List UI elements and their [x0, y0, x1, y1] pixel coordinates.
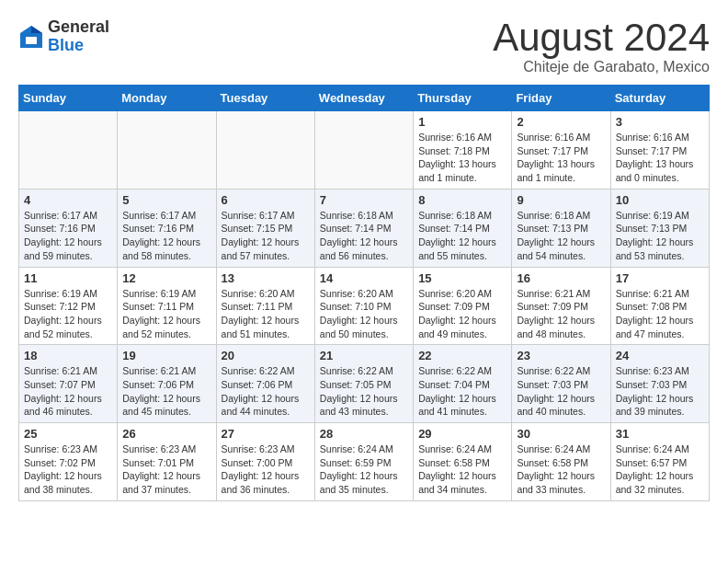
weekday-header: Tuesday	[216, 86, 314, 111]
day-info: Sunrise: 6:24 AMSunset: 6:59 PMDaylight:…	[320, 442, 408, 497]
calendar-day-cell: 25Sunrise: 6:23 AMSunset: 7:02 PMDayligh…	[19, 423, 118, 501]
calendar-day-cell: 3Sunrise: 6:16 AMSunset: 7:17 PMDaylight…	[610, 111, 709, 190]
calendar-day-cell: 10Sunrise: 6:19 AMSunset: 7:13 PMDayligh…	[610, 189, 709, 267]
day-info: Sunrise: 6:23 AMSunset: 7:01 PMDaylight:…	[122, 442, 210, 497]
day-info: Sunrise: 6:20 AMSunset: 7:10 PMDaylight:…	[320, 287, 408, 341]
day-info: Sunrise: 6:24 AMSunset: 6:58 PMDaylight:…	[418, 442, 506, 497]
day-number: 15	[418, 271, 506, 285]
day-number: 30	[517, 427, 605, 441]
weekday-header: Sunday	[19, 86, 118, 111]
title-block: August 2024 Chiteje de Garabato, Mexico	[493, 18, 710, 75]
day-number: 27	[222, 427, 310, 441]
page-header: General Blue August 2024 Chiteje de Gara…	[18, 18, 710, 75]
day-info: Sunrise: 6:17 AMSunset: 7:15 PMDaylight:…	[222, 209, 310, 263]
logo: General Blue	[18, 18, 109, 55]
day-info: Sunrise: 6:22 AMSunset: 7:06 PMDaylight:…	[222, 364, 310, 419]
logo-blue-text: Blue	[48, 37, 109, 55]
day-info: Sunrise: 6:24 AMSunset: 6:57 PMDaylight:…	[616, 442, 704, 497]
calendar-day-cell: 19Sunrise: 6:21 AMSunset: 7:06 PMDayligh…	[118, 345, 216, 423]
day-number: 22	[418, 349, 506, 362]
calendar-day-cell: 9Sunrise: 6:18 AMSunset: 7:13 PMDaylight…	[512, 189, 610, 267]
day-info: Sunrise: 6:18 AMSunset: 7:14 PMDaylight:…	[418, 209, 506, 263]
calendar-day-cell: 21Sunrise: 6:22 AMSunset: 7:05 PMDayligh…	[314, 345, 413, 423]
day-number: 19	[122, 349, 210, 362]
day-info: Sunrise: 6:22 AMSunset: 7:03 PMDaylight:…	[517, 364, 605, 419]
day-info: Sunrise: 6:20 AMSunset: 7:09 PMDaylight:…	[418, 287, 506, 341]
calendar-table: SundayMondayTuesdayWednesdayThursdayFrid…	[18, 85, 710, 501]
day-number: 10	[616, 193, 704, 207]
day-number: 29	[418, 427, 506, 441]
day-info: Sunrise: 6:16 AMSunset: 7:18 PMDaylight:…	[418, 131, 506, 185]
weekday-header: Thursday	[414, 86, 512, 111]
day-info: Sunrise: 6:19 AMSunset: 7:11 PMDaylight:…	[122, 287, 210, 341]
weekday-header: Monday	[118, 86, 216, 111]
day-info: Sunrise: 6:21 AMSunset: 7:06 PMDaylight:…	[122, 364, 210, 419]
day-number: 12	[122, 271, 210, 285]
day-number: 13	[222, 271, 310, 285]
calendar-day-cell: 20Sunrise: 6:22 AMSunset: 7:06 PMDayligh…	[216, 345, 314, 423]
day-info: Sunrise: 6:19 AMSunset: 7:13 PMDaylight:…	[616, 209, 704, 263]
calendar-day-cell: 30Sunrise: 6:24 AMSunset: 6:58 PMDayligh…	[512, 423, 610, 501]
svg-rect-2	[26, 37, 37, 44]
day-info: Sunrise: 6:21 AMSunset: 7:07 PMDaylight:…	[24, 364, 112, 419]
calendar-week-row: 25Sunrise: 6:23 AMSunset: 7:02 PMDayligh…	[19, 423, 710, 501]
month-year-title: August 2024	[493, 18, 710, 57]
calendar-day-cell: 7Sunrise: 6:18 AMSunset: 7:14 PMDaylight…	[314, 189, 413, 267]
calendar-day-cell: 17Sunrise: 6:21 AMSunset: 7:08 PMDayligh…	[610, 267, 709, 345]
calendar-day-cell: 14Sunrise: 6:20 AMSunset: 7:10 PMDayligh…	[314, 267, 413, 345]
calendar-day-cell: 8Sunrise: 6:18 AMSunset: 7:14 PMDaylight…	[414, 189, 512, 267]
calendar-day-cell: 22Sunrise: 6:22 AMSunset: 7:04 PMDayligh…	[414, 345, 512, 423]
calendar-day-cell	[118, 111, 216, 190]
day-info: Sunrise: 6:24 AMSunset: 6:58 PMDaylight:…	[517, 442, 605, 497]
day-number: 4	[24, 193, 112, 207]
calendar-day-cell	[314, 111, 413, 190]
day-info: Sunrise: 6:23 AMSunset: 7:03 PMDaylight:…	[616, 364, 704, 419]
day-info: Sunrise: 6:21 AMSunset: 7:08 PMDaylight:…	[616, 287, 704, 341]
day-number: 1	[418, 115, 506, 129]
day-number: 16	[517, 271, 605, 285]
weekday-header-row: SundayMondayTuesdayWednesdayThursdayFrid…	[19, 86, 710, 111]
day-number: 28	[320, 427, 408, 441]
day-number: 20	[222, 349, 310, 362]
calendar-day-cell: 15Sunrise: 6:20 AMSunset: 7:09 PMDayligh…	[414, 267, 512, 345]
calendar-day-cell: 6Sunrise: 6:17 AMSunset: 7:15 PMDaylight…	[216, 189, 314, 267]
day-number: 21	[320, 349, 408, 362]
day-number: 17	[616, 271, 704, 285]
day-number: 6	[222, 193, 310, 207]
calendar-day-cell: 31Sunrise: 6:24 AMSunset: 6:57 PMDayligh…	[610, 423, 709, 501]
calendar-day-cell: 5Sunrise: 6:17 AMSunset: 7:16 PMDaylight…	[118, 189, 216, 267]
day-number: 14	[320, 271, 408, 285]
calendar-day-cell: 2Sunrise: 6:16 AMSunset: 7:17 PMDaylight…	[512, 111, 610, 190]
calendar-day-cell	[216, 111, 314, 190]
day-info: Sunrise: 6:16 AMSunset: 7:17 PMDaylight:…	[616, 131, 704, 185]
day-number: 24	[616, 349, 704, 362]
day-number: 8	[418, 193, 506, 207]
day-number: 7	[320, 193, 408, 207]
day-info: Sunrise: 6:17 AMSunset: 7:16 PMDaylight:…	[122, 209, 210, 263]
calendar-day-cell: 12Sunrise: 6:19 AMSunset: 7:11 PMDayligh…	[118, 267, 216, 345]
calendar-day-cell: 29Sunrise: 6:24 AMSunset: 6:58 PMDayligh…	[414, 423, 512, 501]
calendar-day-cell: 26Sunrise: 6:23 AMSunset: 7:01 PMDayligh…	[118, 423, 216, 501]
calendar-day-cell: 1Sunrise: 6:16 AMSunset: 7:18 PMDaylight…	[414, 111, 512, 190]
day-info: Sunrise: 6:22 AMSunset: 7:05 PMDaylight:…	[320, 364, 408, 419]
calendar-day-cell: 11Sunrise: 6:19 AMSunset: 7:12 PMDayligh…	[19, 267, 118, 345]
day-number: 3	[616, 115, 704, 129]
calendar-day-cell: 23Sunrise: 6:22 AMSunset: 7:03 PMDayligh…	[512, 345, 610, 423]
day-number: 2	[517, 115, 605, 129]
day-info: Sunrise: 6:16 AMSunset: 7:17 PMDaylight:…	[517, 131, 605, 185]
day-number: 5	[122, 193, 210, 207]
calendar-week-row: 4Sunrise: 6:17 AMSunset: 7:16 PMDaylight…	[19, 189, 710, 267]
day-number: 11	[24, 271, 112, 285]
weekday-header: Saturday	[610, 86, 709, 111]
day-info: Sunrise: 6:17 AMSunset: 7:16 PMDaylight:…	[24, 209, 112, 263]
day-number: 18	[24, 349, 112, 362]
calendar-day-cell: 24Sunrise: 6:23 AMSunset: 7:03 PMDayligh…	[610, 345, 709, 423]
weekday-header: Friday	[512, 86, 610, 111]
weekday-header: Wednesday	[314, 86, 413, 111]
logo-general-text: General	[48, 18, 109, 37]
calendar-day-cell: 27Sunrise: 6:23 AMSunset: 7:00 PMDayligh…	[216, 423, 314, 501]
day-number: 23	[517, 349, 605, 362]
day-number: 25	[24, 427, 112, 441]
svg-marker-1	[31, 26, 42, 33]
calendar-week-row: 18Sunrise: 6:21 AMSunset: 7:07 PMDayligh…	[19, 345, 710, 423]
